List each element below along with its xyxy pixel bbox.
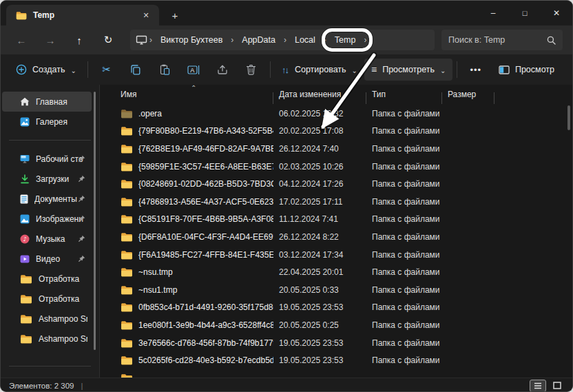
preview-button[interactable]: Просмотр: [492, 59, 561, 81]
file-date: 20.05.2025 0:33: [273, 285, 366, 295]
file-date: 17.02.2025 17:11: [273, 197, 366, 207]
svg-text:♪: ♪: [23, 236, 26, 243]
file-row[interactable]: {C85191F8-70FE-4B6B-9B5A-A3F08B3A7F... 1…: [100, 211, 572, 229]
file-date: 22.04.2025 20:01: [273, 267, 366, 277]
breadcrumb-separator: ›: [229, 35, 236, 45]
maximize-button[interactable]: □: [509, 1, 541, 25]
file-name: ~nsu1.tmp: [138, 285, 177, 295]
share-icon: [217, 64, 228, 75]
sidebar-item-folder[interactable]: Отработка: [2, 269, 92, 289]
rename-button[interactable]: A: [179, 59, 208, 81]
file-row[interactable]: 5c0265f6-cd28-40e3-b592-b7ecdb5d37e7... …: [100, 351, 572, 369]
sidebar-item-videos[interactable]: Видео: [2, 249, 92, 269]
sidebar-item-pictures[interactable]: Изображени: [2, 209, 92, 229]
file-row[interactable]: {59859F1E-3C57-4EE6-A8EE-B63E7711A6F... …: [100, 158, 572, 176]
title-bar: Temp ✕ + – □ ✕: [1, 1, 572, 25]
sidebar-item-folder[interactable]: Отработка: [2, 289, 92, 309]
toolbar-divider: [87, 61, 88, 78]
file-row-partial[interactable]: [100, 369, 572, 378]
copy-button[interactable]: [121, 59, 150, 81]
address-bar[interactable]: › Виктор Бухтеев › AppData › Local › Tem…: [130, 30, 435, 50]
forward-button[interactable]: →: [37, 29, 64, 51]
this-pc-icon: [136, 35, 147, 45]
file-row[interactable]: {79F80B80-E219-47B6-A343-52F5B45072B8} 2…: [100, 123, 572, 141]
tab-close-button[interactable]: ✕: [140, 9, 152, 21]
sidebar-item-gallery[interactable]: Галерея: [2, 112, 92, 132]
share-button[interactable]: [208, 59, 237, 81]
screenshot-stage: Temp ✕ + – □ ✕ ← → ↑ ↻ › Виктор Бухтеев …: [0, 0, 573, 392]
sidebar-item-documents[interactable]: Документы: [2, 189, 92, 209]
sidebar-scrollbar[interactable]: [94, 92, 96, 350]
file-rows: .opera 06.02.2025 13:32 Папка с файлами …: [100, 103, 572, 378]
home-icon: [20, 97, 30, 106]
file-row[interactable]: {F6A19485-FC27-4FFB-84E1-F435EF6DAF... 0…: [100, 246, 572, 264]
pin-icon: [78, 155, 85, 163]
column-header-size[interactable]: Размер: [442, 90, 494, 103]
search-text: Поиск в: Temp: [448, 35, 541, 45]
more-options-button[interactable]: •••: [461, 65, 490, 75]
minimize-button[interactable]: –: [477, 1, 509, 25]
column-header-type[interactable]: Тип: [366, 90, 442, 103]
file-type: Папка с файлами: [366, 250, 442, 260]
file-row[interactable]: 0fb853c4-b71d-4491-9260-35f175d8c903_...…: [100, 299, 572, 317]
download-icon: [20, 174, 30, 184]
sidebar-item-desktop[interactable]: Рабочий сто: [2, 149, 92, 169]
column-header-name[interactable]: Имя: [100, 90, 273, 103]
close-button[interactable]: ✕: [541, 1, 572, 25]
search-box[interactable]: Поиск в: Temp: [441, 30, 563, 50]
file-row[interactable]: {08248691-02DD-462B-B5D3-7BD3CFB75... 04…: [100, 175, 572, 193]
copy-icon: [130, 64, 141, 75]
refresh-button[interactable]: ↻: [94, 29, 122, 51]
delete-button[interactable]: [237, 59, 266, 81]
tab-title: Temp: [33, 10, 134, 20]
sidebar-item-label: Ashampoo Snap: [39, 334, 87, 344]
sidebar-item-label: Главная: [36, 97, 87, 107]
file-type: Папка с файлами: [366, 267, 442, 277]
sidebar-item-music[interactable]: ♪ Музыка: [2, 229, 92, 249]
cut-button[interactable]: ✂: [92, 59, 121, 81]
icons-view-toggle[interactable]: [549, 380, 565, 392]
pin-icon: [78, 195, 85, 203]
breadcrumb-temp[interactable]: Temp: [329, 35, 362, 45]
view-button[interactable]: ≡ Просмотреть ⌄: [364, 59, 452, 81]
folder-icon: [121, 162, 133, 172]
file-row[interactable]: .opera 06.02.2025 13:32 Папка с файлами: [100, 105, 572, 123]
file-list-scrollbar[interactable]: [567, 105, 570, 130]
file-row[interactable]: {D6F8A10E-04FC-4F3F-A4D4-EE69937136... 2…: [100, 228, 572, 246]
sidebar-item-downloads[interactable]: Загрузки: [2, 169, 92, 189]
sidebar-item-home[interactable]: Главная: [2, 92, 92, 112]
file-name: 3e76566c-d768-456f-87bb-74f9b177f2ea_...: [138, 338, 273, 348]
sort-label: Сортировать: [295, 65, 346, 74]
file-row[interactable]: 1ee080f1-3e9b-4b44-a9c3-6528ff4c8acb_...…: [100, 316, 572, 334]
breadcrumb-local[interactable]: Local: [289, 35, 322, 45]
file-name: ~nsu.tmp: [138, 267, 173, 277]
create-button[interactable]: Создать ⌄: [9, 59, 83, 81]
file-row[interactable]: {762B8E19-AF49-46FD-82AF-9A7BE41F2D... 2…: [100, 140, 572, 158]
content-area: Главная Галерея Рабочий сто: [1, 85, 572, 378]
back-button[interactable]: ←: [8, 29, 35, 51]
folder-icon: [121, 267, 133, 277]
column-header-date[interactable]: Дата изменения: [273, 90, 366, 103]
file-row[interactable]: ~nsu1.tmp 20.05.2025 0:33 Папка с файлам…: [100, 281, 572, 299]
file-type: Папка с файлами: [366, 126, 442, 136]
file-date: 11.12.2024 7:41: [273, 214, 366, 224]
breadcrumb-user[interactable]: Виктор Бухтеев: [154, 35, 229, 45]
file-row[interactable]: ~nsu.tmp 22.04.2025 20:01 Папка с файлам…: [100, 263, 572, 281]
sort-button[interactable]: ↑↓ Сортировать ⌄: [275, 59, 364, 81]
sidebar-item-folder[interactable]: Ashampoo Snap: [2, 309, 92, 329]
details-view-toggle[interactable]: [530, 380, 546, 392]
file-row[interactable]: 3e76566c-d768-456f-87bb-74f9b177f2ea_...…: [100, 334, 572, 352]
status-separator: |: [81, 382, 83, 390]
explorer-tab[interactable]: Temp ✕: [6, 5, 159, 25]
breadcrumb-appdata[interactable]: AppData: [236, 35, 282, 45]
breadcrumb-separator: ›: [147, 35, 154, 45]
file-name: {D6F8A10E-04FC-4F3F-A4D4-EE69937136...: [138, 232, 273, 242]
file-row[interactable]: {47868913-A56E-4A37-ACF5-0E6231EBA5... 1…: [100, 193, 572, 211]
folder-icon: [121, 250, 133, 260]
new-tab-button[interactable]: +: [166, 7, 184, 23]
sidebar-item-folder[interactable]: Ashampoo Snap: [2, 329, 92, 349]
file-date: 20.05.2025 0:25: [273, 320, 366, 330]
up-button[interactable]: ↑: [65, 29, 93, 51]
paste-button[interactable]: [150, 59, 179, 81]
view-toggles: [530, 380, 565, 392]
